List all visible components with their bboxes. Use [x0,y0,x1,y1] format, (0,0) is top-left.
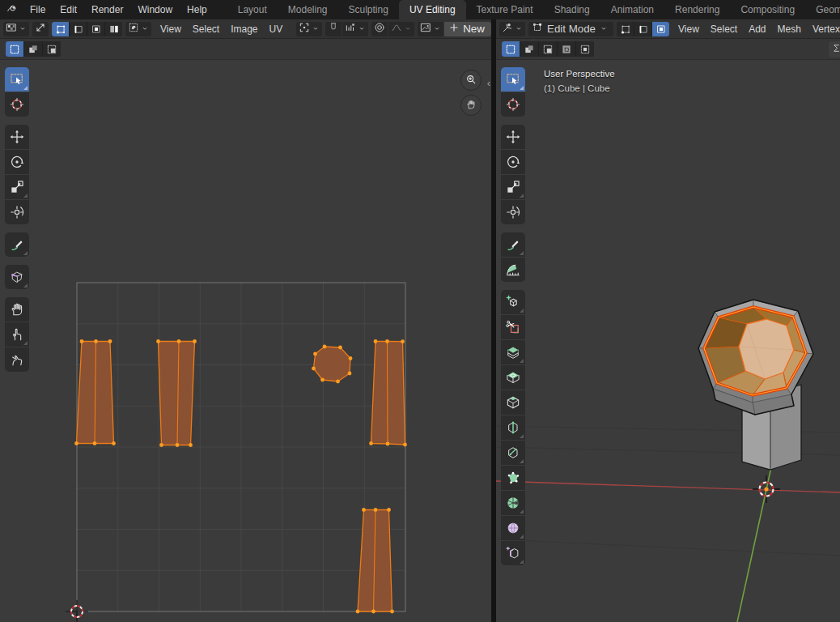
new-image-button[interactable]: New [444,22,491,36]
move-tool[interactable] [501,125,525,149]
bevel-tool[interactable] [501,390,525,415]
uv-vertex[interactable] [371,610,375,614]
uv-menu-image[interactable]: Image [225,20,263,38]
selection-option-new[interactable] [502,41,520,57]
rip-region-tool[interactable] [5,265,29,289]
clipped-header-button[interactable] [829,41,840,58]
proportional-editing-toggle[interactable] [371,22,388,36]
menu-render[interactable]: Render [84,0,130,19]
uv-vertex[interactable] [386,442,390,446]
uv-vertex[interactable] [193,339,197,343]
smooth-tool[interactable] [501,516,525,540]
uv-vertex[interactable] [348,372,352,376]
sticky-selection-dropdown[interactable] [125,22,151,36]
uv-menu-uv[interactable]: UV [264,20,289,38]
uv-vertex[interactable] [156,339,160,343]
workspace-tab-rendering[interactable]: Rendering [664,0,730,19]
viewport-canvas[interactable]: User Perspective (1) Cube | Cube [496,60,840,622]
viewport-menu-vertex[interactable]: Vertex [807,20,840,38]
selection-option-new[interactable] [6,41,23,57]
proportional-falloff-dropdown[interactable] [388,22,414,36]
uv-vertex[interactable] [374,508,378,512]
uv-vertex[interactable] [312,367,316,371]
uv-select-mode-face[interactable] [87,22,104,36]
selection-option-subtract[interactable] [43,41,61,57]
sidebar-collapse-chevron[interactable]: ‹ [487,79,490,87]
grab-tool[interactable] [5,297,29,322]
workspace-tab-sculpting[interactable]: Sculpting [338,0,399,19]
uv-vertex[interactable] [93,441,97,445]
rotate-tool[interactable] [501,150,525,174]
inset-faces-tool[interactable] [501,365,525,390]
uv-vertex[interactable] [112,441,116,445]
uv-vertex[interactable] [94,339,98,343]
uv-vertex[interactable] [387,508,391,512]
measure-tool[interactable] [501,258,525,282]
pinch-tool[interactable] [5,347,29,372]
uv-vertex[interactable] [338,346,342,350]
loop-cut-tool[interactable] [501,415,525,440]
uv-island[interactable] [74,339,116,445]
viewport-menu-select[interactable]: Select [705,20,743,38]
scale-tool[interactable] [501,175,525,199]
transform-tool[interactable] [501,200,525,224]
workspace-tab-uv-editing[interactable]: UV Editing [399,0,466,19]
workspace-tab-modeling[interactable]: Modeling [278,0,338,19]
annotate-tool[interactable] [501,232,525,257]
workspace-tab-layout[interactable]: Layout [227,0,278,19]
uv-vertex[interactable] [320,378,325,382]
editor-type-dropdown[interactable] [3,22,29,36]
uv-vertex[interactable] [159,443,163,447]
uv-menu-select[interactable]: Select [187,20,225,38]
uv-vertex[interactable] [189,443,193,447]
selection-option-intersect[interactable] [576,41,594,57]
viewport-menu-mesh[interactable]: Mesh [772,20,807,38]
selection-option-invert[interactable] [558,41,575,57]
uv-vertex[interactable] [369,441,373,445]
cursor-tool[interactable] [501,92,525,117]
uv-island[interactable] [356,508,394,613]
mode-dropdown[interactable]: Edit Mode [528,22,613,36]
pan-button[interactable] [460,95,482,116]
uv-sync-selection-toggle[interactable] [32,22,49,36]
menu-help[interactable]: Help [180,0,214,19]
selection-option-subtract[interactable] [539,41,557,57]
uv-vertex[interactable] [313,352,317,356]
pivot-point-dropdown[interactable] [296,22,322,36]
menu-edit[interactable]: Edit [53,0,84,19]
scissors-tool[interactable] [501,315,525,339]
blender-logo-icon[interactable] [6,0,18,19]
menu-file[interactable]: File [23,0,53,19]
workspace-tab-shading[interactable]: Shading [544,0,600,19]
workspace-tab-geometry-nodes[interactable]: Geometry Nodes [805,0,840,19]
uv-island[interactable] [156,339,197,447]
poly-build-tool[interactable] [501,466,525,490]
uv-vertex[interactable] [108,339,112,343]
uv-vertex[interactable] [177,339,181,343]
selection-option-extend[interactable] [24,41,42,57]
uv-select-mode-edge[interactable] [70,22,87,36]
zoom-in-button[interactable] [460,70,482,91]
browse-image-dropdown[interactable] [418,22,443,36]
scale-tool[interactable] [5,175,29,199]
uv-vertex[interactable] [401,339,405,343]
mesh-select-mode-vertex[interactable] [617,22,634,36]
uv-vertex[interactable] [336,380,340,384]
select-box-tool[interactable] [501,67,525,92]
rip-region-3d-tool[interactable] [501,541,525,565]
extrude-region-tool[interactable] [501,340,525,364]
snap-settings-dropdown[interactable] [342,22,368,36]
uv-island[interactable] [369,339,407,446]
editor-type-dropdown[interactable] [499,22,525,36]
mesh-select-mode-edge[interactable] [634,22,651,36]
select-box-tool[interactable] [5,67,29,92]
uv-vertex[interactable] [176,443,180,447]
knife-tool[interactable] [501,441,525,465]
uv-vertex[interactable] [403,443,407,447]
workspace-tab-texture-paint[interactable]: Texture Paint [466,0,544,19]
viewport-menu-add[interactable]: Add [743,20,771,38]
viewport-menu-view[interactable]: View [672,20,705,38]
workspace-tab-animation[interactable]: Animation [600,0,664,19]
uv-vertex[interactable] [390,610,394,614]
snap-toggle[interactable] [325,22,342,36]
